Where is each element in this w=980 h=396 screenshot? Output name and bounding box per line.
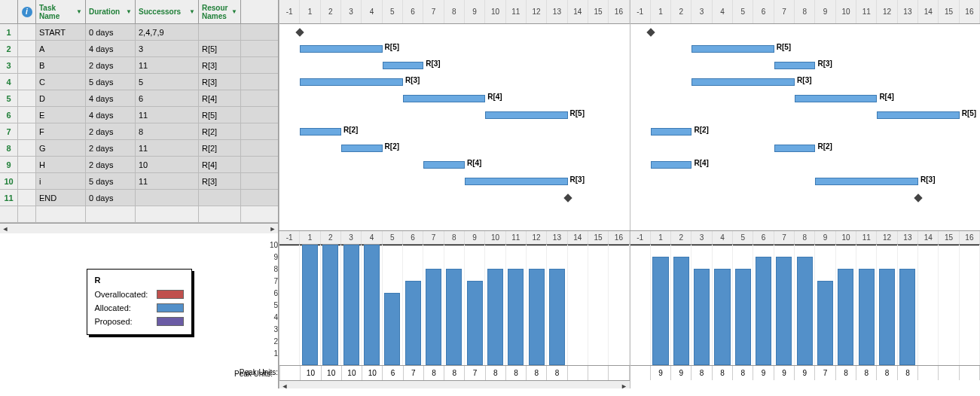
table-hscroll[interactable]: ◄ ► xyxy=(0,223,278,233)
table-row[interactable]: 3B2 days11R[3] xyxy=(0,57,278,74)
task-name-cell[interactable]: i xyxy=(36,173,86,189)
resources-cell[interactable]: R[3] xyxy=(199,57,241,73)
successors-cell[interactable]: 11 xyxy=(136,57,199,73)
info-cell[interactable] xyxy=(18,107,36,123)
milestone[interactable] xyxy=(296,28,304,36)
gantt-bar[interactable] xyxy=(774,145,816,152)
gantt-bar[interactable] xyxy=(691,45,774,53)
resources-cell[interactable]: R[2] xyxy=(199,140,241,156)
resources-cell[interactable]: R[5] xyxy=(199,41,241,56)
task-name-cell[interactable]: G xyxy=(36,140,86,156)
hist-bar[interactable] xyxy=(508,269,524,365)
hist-bar[interactable] xyxy=(652,257,668,365)
successors-cell[interactable]: 6 xyxy=(136,90,199,106)
duration-cell[interactable]: 0 days xyxy=(86,24,136,40)
hist-bar[interactable] xyxy=(446,269,462,365)
task-name-cell[interactable]: A xyxy=(36,41,86,56)
gantt-bar[interactable] xyxy=(795,95,877,102)
scroll-left-icon[interactable]: ◄ xyxy=(0,224,11,233)
info-cell[interactable] xyxy=(18,90,36,106)
gantt-left[interactable]: -112345678910111213141516 R[5]R[3]R[3]R[… xyxy=(279,0,630,230)
hist-bar[interactable] xyxy=(838,269,853,365)
task-name-cell[interactable]: C xyxy=(36,74,86,90)
task-name-cell[interactable]: D xyxy=(36,90,86,106)
duration-cell[interactable]: 5 days xyxy=(86,74,136,90)
row-number[interactable]: 7 xyxy=(0,123,18,139)
successors-cell[interactable]: 10 xyxy=(136,157,199,172)
hist-bar[interactable] xyxy=(797,257,813,365)
task-name-cell[interactable]: B xyxy=(36,57,86,73)
row-number[interactable]: 3 xyxy=(0,57,18,73)
successors-cell[interactable]: 11 xyxy=(136,173,199,189)
table-row[interactable]: 7F2 days8R[2] xyxy=(0,123,278,140)
successors-cell[interactable]: 11 xyxy=(136,140,199,156)
table-row[interactable]: 4C5 days5R[3] xyxy=(0,74,278,90)
row-number[interactable]: 2 xyxy=(0,41,18,56)
table-row[interactable]: 1START0 days2,4,7,9 xyxy=(0,24,278,41)
duration-cell[interactable]: 0 days xyxy=(86,190,136,206)
hist-bar[interactable] xyxy=(859,269,875,365)
hist-bar[interactable] xyxy=(879,269,895,365)
successors-cell[interactable]: 11 xyxy=(136,107,199,123)
gantt-bar[interactable] xyxy=(691,78,795,86)
successors-cell[interactable] xyxy=(136,190,199,206)
hist-bar[interactable] xyxy=(487,269,503,365)
gantt-bar[interactable] xyxy=(300,45,382,53)
info-cell[interactable] xyxy=(18,190,36,206)
task-name-header[interactable]: Task Name▼ xyxy=(36,0,86,23)
milestone[interactable] xyxy=(646,28,655,36)
gantt-bar[interactable] xyxy=(383,62,424,69)
row-number[interactable]: 4 xyxy=(0,74,18,90)
row-number[interactable]: 8 xyxy=(0,140,18,156)
table-row[interactable]: 10i5 days11R[3] xyxy=(0,173,278,190)
scroll-right-icon[interactable]: ► xyxy=(619,381,630,388)
table-row[interactable]: 6E4 days11R[5] xyxy=(0,107,278,123)
gantt-bar[interactable] xyxy=(465,178,568,185)
duration-cell[interactable]: 4 days xyxy=(86,41,136,56)
table-row[interactable]: 8G2 days11R[2] xyxy=(0,140,278,157)
hist-bar[interactable] xyxy=(899,269,915,365)
resources-cell[interactable] xyxy=(199,190,241,206)
info-cell[interactable] xyxy=(18,140,36,156)
row-number[interactable]: 10 xyxy=(0,173,18,189)
duration-cell[interactable]: 5 days xyxy=(86,173,136,189)
duration-cell[interactable]: 2 days xyxy=(86,140,136,156)
hist-bar[interactable] xyxy=(343,245,359,365)
gantt-bar[interactable] xyxy=(300,78,403,86)
row-number[interactable]: 6 xyxy=(0,107,18,123)
info-cell[interactable] xyxy=(18,157,36,172)
hist-bar[interactable] xyxy=(756,257,771,365)
table-row[interactable]: 11END0 days xyxy=(0,190,278,206)
info-cell[interactable] xyxy=(18,123,36,139)
hist-bar[interactable] xyxy=(714,269,730,365)
resources-header[interactable]: Resour Names▼ xyxy=(199,0,241,23)
task-name-cell[interactable]: END xyxy=(36,190,86,206)
resources-cell[interactable]: R[4] xyxy=(199,90,241,106)
hist-bar[interactable] xyxy=(426,269,441,365)
duration-cell[interactable]: 4 days xyxy=(86,90,136,106)
gantt-bar[interactable] xyxy=(485,111,567,119)
info-cell[interactable] xyxy=(18,173,36,189)
row-number[interactable]: 9 xyxy=(0,157,18,172)
hist-bar[interactable] xyxy=(302,245,318,365)
resources-cell[interactable]: R[4] xyxy=(199,157,241,172)
successors-header[interactable]: Successors▼ xyxy=(136,0,199,23)
gantt-bar[interactable] xyxy=(651,161,692,169)
successors-cell[interactable]: 5 xyxy=(136,74,199,90)
resources-cell[interactable]: R[3] xyxy=(199,173,241,189)
scroll-right-icon[interactable]: ► xyxy=(267,224,278,233)
hist-hscroll[interactable]: ◄ ► xyxy=(279,380,630,388)
hist-bar[interactable] xyxy=(817,281,833,365)
hist-bar[interactable] xyxy=(735,269,751,365)
row-number[interactable]: 11 xyxy=(0,190,18,206)
duration-cell[interactable]: 4 days xyxy=(86,107,136,123)
successors-cell[interactable]: 3 xyxy=(136,41,199,56)
duration-cell[interactable]: 2 days xyxy=(86,57,136,73)
resources-cell[interactable]: R[3] xyxy=(199,74,241,90)
gantt-bar[interactable] xyxy=(341,145,383,152)
hist-bar[interactable] xyxy=(467,281,483,365)
task-name-cell[interactable]: H xyxy=(36,157,86,172)
milestone[interactable] xyxy=(563,193,572,202)
gantt-bar[interactable] xyxy=(403,95,485,102)
duration-cell[interactable]: 2 days xyxy=(86,157,136,172)
